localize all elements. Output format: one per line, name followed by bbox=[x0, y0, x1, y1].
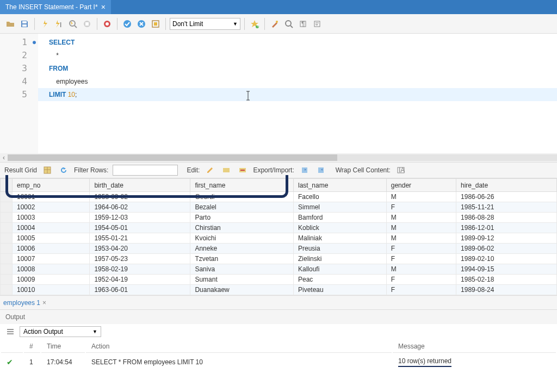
wrap-cell-icon[interactable]: IA bbox=[395, 164, 407, 176]
cell[interactable]: 10006 bbox=[13, 244, 90, 254]
cell[interactable]: 10003 bbox=[13, 213, 90, 223]
import-icon[interactable] bbox=[315, 164, 327, 176]
cell[interactable]: 1989-09-12 bbox=[456, 233, 557, 244]
column-header[interactable]: hire_date bbox=[456, 179, 557, 192]
cell[interactable]: 1963-06-01 bbox=[90, 285, 190, 295]
add-row-icon[interactable] bbox=[220, 164, 232, 176]
table-row[interactable]: 100011953-09-02GeordiFacelloM1986-06-26 bbox=[1, 192, 557, 202]
cell[interactable]: 1989-02-10 bbox=[456, 254, 557, 264]
output-type-select[interactable]: Action Output ▼ bbox=[20, 326, 101, 337]
code-area[interactable]: SELECT * FROM employees LIMIT 10; bbox=[38, 34, 557, 153]
explain-icon[interactable] bbox=[67, 18, 79, 30]
cell[interactable]: Chirstian bbox=[190, 223, 294, 233]
cell[interactable]: Sumant bbox=[190, 275, 294, 285]
execute-current-icon[interactable]: I bbox=[53, 18, 65, 30]
cell[interactable]: 1957-05-23 bbox=[90, 254, 190, 264]
cell[interactable]: F bbox=[386, 275, 456, 285]
autocommit-off-icon[interactable] bbox=[135, 18, 147, 30]
scroll-track[interactable] bbox=[8, 154, 557, 161]
commit-icon[interactable] bbox=[101, 18, 113, 30]
cell[interactable]: 10008 bbox=[13, 264, 90, 275]
cell[interactable]: F bbox=[386, 285, 456, 295]
edit-row-icon[interactable] bbox=[204, 164, 216, 176]
find-icon[interactable] bbox=[283, 18, 295, 30]
execute-icon[interactable] bbox=[39, 18, 51, 30]
cell[interactable]: Geordi bbox=[190, 192, 294, 202]
cell[interactable]: M bbox=[386, 264, 456, 275]
cell[interactable]: 10005 bbox=[13, 233, 90, 244]
toggle-icon[interactable] bbox=[150, 18, 162, 30]
cell[interactable]: 1958-02-19 bbox=[90, 264, 190, 275]
cell[interactable]: 1953-04-20 bbox=[90, 244, 190, 254]
cell[interactable]: 1952-04-19 bbox=[90, 275, 190, 285]
wrap-icon[interactable] bbox=[311, 18, 323, 30]
limit-select[interactable]: Don't Limit ▼ bbox=[170, 18, 240, 30]
row-header[interactable] bbox=[1, 285, 13, 295]
cell[interactable]: Bezalel bbox=[190, 202, 294, 213]
table-row[interactable]: 100071957-05-23TzvetanZielinskiF1989-02-… bbox=[1, 254, 557, 264]
cell[interactable]: 1986-12-01 bbox=[456, 223, 557, 233]
favorite-add-icon[interactable]: + bbox=[249, 18, 261, 30]
scroll-left-icon[interactable]: ‹ bbox=[0, 154, 8, 161]
cell[interactable]: M bbox=[386, 233, 456, 244]
table-row[interactable]: 100061953-04-20AnnekePreusiaF1989-06-02 bbox=[1, 244, 557, 254]
result-grid[interactable]: emp_nobirth_datefirst_namelast_namegende… bbox=[0, 178, 557, 295]
cell[interactable]: 1953-09-02 bbox=[90, 192, 190, 202]
column-header[interactable]: last_name bbox=[294, 179, 387, 192]
cell[interactable]: Kvoichi bbox=[190, 233, 294, 244]
cell[interactable]: 1989-06-02 bbox=[456, 244, 557, 254]
cell[interactable]: M bbox=[386, 192, 456, 202]
cell[interactable]: Facello bbox=[294, 192, 387, 202]
filter-input[interactable] bbox=[113, 165, 178, 176]
cell[interactable]: 1964-06-02 bbox=[90, 202, 190, 213]
close-icon[interactable]: × bbox=[42, 299, 46, 307]
action-row[interactable]: ✔ 1 17:04:54 SELECT * FROM employees LIM… bbox=[1, 354, 556, 370]
delete-row-icon[interactable] bbox=[237, 164, 249, 176]
cell[interactable]: Tzvetan bbox=[190, 254, 294, 264]
column-header[interactable]: first_name bbox=[190, 179, 294, 192]
cell[interactable]: Simmel bbox=[294, 202, 387, 213]
cell[interactable]: Preusia bbox=[294, 244, 387, 254]
row-header[interactable] bbox=[1, 254, 13, 264]
row-header[interactable] bbox=[1, 192, 13, 202]
editor-tab[interactable]: The INSERT Statement - Part I* × bbox=[0, 0, 111, 14]
cell[interactable]: 1955-01-21 bbox=[90, 233, 190, 244]
table-row[interactable]: 100081958-02-19SanivaKalloufiM1994-09-15 bbox=[1, 264, 557, 275]
cell[interactable]: Koblick bbox=[294, 223, 387, 233]
cell[interactable]: 1959-12-03 bbox=[90, 213, 190, 223]
column-header[interactable]: emp_no bbox=[13, 179, 90, 192]
grid-view-icon[interactable] bbox=[41, 164, 53, 176]
save-icon[interactable] bbox=[18, 18, 30, 30]
table-row[interactable]: 100031959-12-03PartoBamfordM1986-08-28 bbox=[1, 213, 557, 223]
cell[interactable]: 10004 bbox=[13, 223, 90, 233]
table-row[interactable]: 100021964-06-02BezalelSimmelF1985-11-21 bbox=[1, 202, 557, 213]
cell[interactable]: Parto bbox=[190, 213, 294, 223]
column-header[interactable]: gender bbox=[386, 179, 456, 192]
row-header[interactable] bbox=[1, 213, 13, 223]
refresh-icon[interactable] bbox=[58, 164, 70, 176]
table-row[interactable]: 100041954-05-01ChirstianKoblickM1986-12-… bbox=[1, 223, 557, 233]
cell[interactable]: Peac bbox=[294, 275, 387, 285]
export-icon[interactable] bbox=[299, 164, 311, 176]
close-icon[interactable]: × bbox=[101, 3, 106, 11]
cell[interactable]: Anneke bbox=[190, 244, 294, 254]
row-header[interactable] bbox=[1, 223, 13, 233]
row-header[interactable] bbox=[1, 275, 13, 285]
cell[interactable]: Duanakaew bbox=[190, 285, 294, 295]
editor-hscroll[interactable]: ‹ bbox=[0, 153, 557, 162]
cell[interactable]: 10010 bbox=[13, 285, 90, 295]
invisible-chars-icon[interactable]: ¶ bbox=[297, 18, 309, 30]
sql-editor[interactable]: 1 2 3 4 5 SELECT * FROM employees LIMIT … bbox=[0, 34, 557, 153]
cell[interactable]: 1986-08-28 bbox=[456, 213, 557, 223]
result-tab[interactable]: employees 1 × bbox=[3, 299, 46, 307]
cell[interactable]: 10007 bbox=[13, 254, 90, 264]
cell[interactable]: Bamford bbox=[294, 213, 387, 223]
cell[interactable]: 1985-02-18 bbox=[456, 275, 557, 285]
row-header[interactable] bbox=[1, 264, 13, 275]
row-header[interactable] bbox=[1, 202, 13, 213]
cell[interactable]: 1994-09-15 bbox=[456, 264, 557, 275]
beautify-icon[interactable] bbox=[269, 18, 281, 30]
cell[interactable]: 10001 bbox=[13, 192, 90, 202]
table-row[interactable]: 100101963-06-01DuanakaewPiveteauF1989-08… bbox=[1, 285, 557, 295]
row-header[interactable] bbox=[1, 233, 13, 244]
